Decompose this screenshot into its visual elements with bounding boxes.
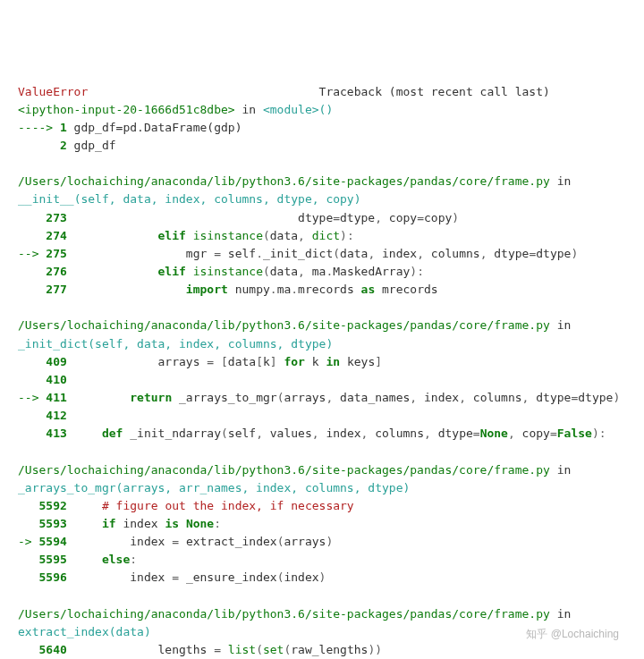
code-line: 410 bbox=[18, 371, 626, 389]
frame-header: <ipython-input-20-1666d51c8dbe> in <modu… bbox=[18, 101, 626, 119]
line-number: 409 bbox=[46, 355, 66, 368]
frame-header: /Users/lochaiching/anaconda/lib/python3.… bbox=[18, 461, 626, 497]
line-number: 5596 bbox=[38, 570, 66, 584]
error-name: ValueError bbox=[18, 85, 88, 98]
code-line: 2 gdp_df bbox=[18, 137, 626, 155]
line-number: 5594 bbox=[38, 535, 66, 548]
code-line: --> 411 return _arrays_to_mgr(arrays, da… bbox=[18, 389, 626, 407]
code-line: 409 arrays = [data[k] for k in keys] bbox=[18, 353, 626, 371]
line-number: 411 bbox=[46, 391, 66, 404]
line-number: 410 bbox=[46, 373, 66, 386]
frame-header: /Users/lochaiching/anaconda/lib/python3.… bbox=[18, 605, 626, 641]
frame-path: /Users/lochaiching/anaconda/lib/python3.… bbox=[18, 463, 550, 477]
code-line: 5596 index = _ensure_index(index) bbox=[18, 569, 626, 587]
code-line: 5640 lengths = list(set(raw_lengths)) bbox=[18, 641, 626, 659]
traceback-output: ValueError Traceback (most recent call l… bbox=[18, 83, 626, 659]
code-line: 276 elif isinstance(data, ma.MaskedArray… bbox=[18, 263, 626, 281]
code-line: 412 bbox=[18, 407, 626, 425]
line-number: 277 bbox=[46, 283, 66, 296]
code-line: 274 elif isinstance(data, dict): bbox=[18, 227, 626, 245]
line-number: 273 bbox=[46, 211, 66, 224]
code-line: --> 275 mgr = self._init_dict(data, inde… bbox=[18, 245, 626, 263]
line-number: 275 bbox=[46, 247, 66, 260]
line-number: 2 bbox=[60, 139, 67, 152]
frame-func: <module> bbox=[263, 103, 319, 116]
traceback-header: ValueError Traceback (most recent call l… bbox=[18, 83, 626, 101]
line-number: 274 bbox=[46, 229, 66, 242]
line-number: 5640 bbox=[38, 643, 66, 656]
traceback-label: Traceback (most recent call last) bbox=[319, 85, 550, 98]
code-line: 5592 # figure out the index, if necessar… bbox=[18, 497, 626, 515]
frame-func: extract_index bbox=[18, 625, 109, 638]
code-line: 413 def _init_ndarray(self, values, inde… bbox=[18, 425, 626, 443]
frame-header: /Users/lochaiching/anaconda/lib/python3.… bbox=[18, 173, 626, 208]
frame-func: __init__ bbox=[18, 192, 74, 206]
line-number: 412 bbox=[46, 409, 66, 422]
frame-source: <ipython-input-20-1666d51c8dbe> bbox=[18, 103, 235, 116]
line-number: 276 bbox=[46, 265, 66, 278]
code-line: 5595 else: bbox=[18, 551, 626, 569]
line-number: 5593 bbox=[38, 517, 66, 530]
frame-path: /Users/lochaiching/anaconda/lib/python3.… bbox=[18, 607, 550, 621]
line-number: 413 bbox=[46, 427, 66, 440]
code-line: ----> 1 gdp_df=pd.DataFrame(gdp) bbox=[18, 119, 626, 137]
code-line: -> 5594 index = extract_index(arrays) bbox=[18, 533, 626, 551]
code-line: 5593 if index is None: bbox=[18, 515, 626, 533]
line-number: 5595 bbox=[38, 553, 66, 566]
line-number: 1 bbox=[60, 121, 67, 134]
frame-path: /Users/lochaiching/anaconda/lib/python3.… bbox=[18, 174, 550, 188]
code-line: 273 dtype=dtype, copy=copy) bbox=[18, 209, 626, 227]
frame-path: /Users/lochaiching/anaconda/lib/python3.… bbox=[18, 318, 550, 332]
frame-func: _init_dict bbox=[18, 337, 88, 351]
frame-header: /Users/lochaiching/anaconda/lib/python3.… bbox=[18, 317, 626, 352]
line-number: 5592 bbox=[38, 499, 66, 512]
code-line: 277 import numpy.ma.mrecords as mrecords bbox=[18, 281, 626, 299]
frame-func: _arrays_to_mgr bbox=[18, 481, 116, 494]
